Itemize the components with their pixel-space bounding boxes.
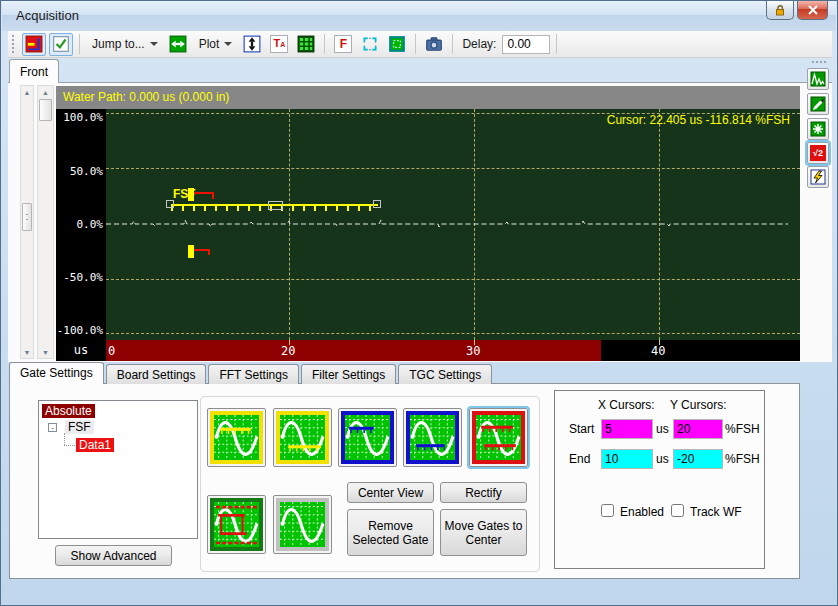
toolbar-separator — [556, 34, 557, 54]
fft-icon: F — [334, 35, 352, 53]
y-tick-label: 50.0% — [70, 165, 103, 178]
gate-start-marker[interactable] — [188, 188, 194, 201]
tab-board-settings[interactable]: Board Settings — [106, 364, 207, 384]
gate-handle-right[interactable] — [373, 200, 381, 208]
scrollbar-thumb[interactable] — [39, 99, 52, 121]
toolbar-grip[interactable] — [812, 61, 826, 65]
gate-list-icon — [297, 35, 315, 53]
lightning-icon — [810, 169, 826, 185]
close-button[interactable] — [797, 1, 828, 20]
tab-filter-settings[interactable]: Filter Settings — [301, 364, 396, 384]
tree-node-fsf[interactable]: FSF — [65, 420, 94, 434]
track-wf-checkbox[interactable] — [671, 504, 684, 517]
rectify-button[interactable]: Rectify — [440, 482, 527, 503]
gate-type-negative-blue-button[interactable] — [403, 408, 462, 467]
gate-type-none-icon — [280, 502, 325, 547]
toolbar-separator — [324, 34, 325, 54]
scroll-down-icon[interactable]: ▼ — [21, 346, 33, 358]
waveform-icon — [810, 71, 826, 87]
camera-icon — [425, 35, 443, 53]
toolbar-grip[interactable] — [12, 35, 16, 53]
annotate-button[interactable] — [807, 93, 829, 115]
gate-type-none-button[interactable] — [273, 495, 332, 554]
gridline-neg50 — [106, 279, 800, 280]
y-cursor-start-input[interactable] — [673, 419, 723, 439]
center-view-button[interactable]: Center View — [347, 482, 434, 503]
cursor-marker[interactable] — [188, 245, 194, 258]
gate-type-positive-blue-icon — [345, 415, 390, 460]
y-axis: 100.0% 50.0% 0.0% -50.0% -100.0% — [56, 109, 106, 340]
x-unit-label: us — [656, 422, 669, 436]
ascan-display-button[interactable] — [22, 33, 46, 56]
y-tick-label: 0.0% — [77, 218, 104, 231]
x-axis-bar: 0 20 30 40 — [106, 340, 800, 361]
x-cursor-end-input[interactable] — [601, 449, 653, 469]
scroll-up-icon[interactable]: ▲ — [21, 86, 33, 98]
fft-button[interactable]: F — [331, 33, 355, 56]
window-title: Acquisition — [16, 8, 79, 23]
tree-collapse-icon[interactable]: - — [48, 423, 57, 432]
gate-type-positive-blue-button[interactable] — [338, 408, 397, 467]
gate-type-negative-yellow-button[interactable] — [273, 408, 332, 467]
sqrt2-scale-button[interactable]: √2 — [807, 142, 829, 164]
start-label: Start — [569, 422, 594, 436]
scrollbar-thumb[interactable] — [22, 203, 32, 231]
gate-tree[interactable]: Absolute - FSF Data1 — [38, 400, 198, 539]
gate-type-boxed-red-button[interactable] — [207, 495, 266, 554]
lock-button[interactable] — [766, 1, 794, 20]
delay-input[interactable] — [502, 35, 550, 54]
x-axis-unit: us — [56, 340, 106, 361]
selection-frame-button[interactable] — [358, 33, 382, 56]
tab-tgc-settings[interactable]: TGC Settings — [398, 364, 492, 384]
expand-vertical-button[interactable] — [240, 33, 264, 56]
tab-fft-settings[interactable]: FFT Settings — [208, 364, 298, 384]
toolbar-separator — [415, 34, 416, 54]
delay-label: Delay: — [459, 37, 499, 51]
plot-tools-toolbar: √2 — [803, 59, 835, 339]
gate-settings-page: Absolute - FSF Data1 Show Advanced — [9, 383, 800, 579]
y-cursor-end-input[interactable] — [673, 449, 723, 469]
gate-type-positive-yellow-icon — [214, 415, 259, 460]
waveform-plot[interactable]: Cursor: 22.405 us -116.814 %FSH FSF — [106, 109, 800, 340]
trigger-button[interactable] — [807, 166, 829, 188]
scroll-down-icon[interactable]: ▼ — [38, 346, 53, 358]
plot-dropdown[interactable]: Plot — [193, 33, 238, 56]
gate-handle-left[interactable] — [166, 200, 174, 208]
fill-frame-button[interactable] — [385, 33, 409, 56]
chevron-down-icon — [150, 42, 158, 46]
tab-gate-settings[interactable]: Gate Settings — [9, 362, 104, 384]
selection-frame-icon — [361, 35, 379, 53]
show-advanced-button[interactable]: Show Advanced — [55, 545, 172, 566]
x-unit-label: us — [656, 452, 669, 466]
gate-type-dual-red-button[interactable] — [469, 408, 528, 467]
text-annotation-button[interactable]: TA — [267, 33, 291, 56]
enable-check-button[interactable] — [49, 33, 73, 56]
x-tick-label: 30 — [466, 344, 480, 358]
vertical-zoom-scrollbar[interactable]: ▲ ▼ — [20, 85, 34, 359]
burst-button[interactable] — [807, 118, 829, 140]
x-cursor-start-input[interactable] — [601, 419, 653, 439]
sqrt2-icon: √2 — [810, 145, 826, 161]
move-gates-to-center-button[interactable]: Move Gates to Center — [440, 509, 527, 556]
expand-horizontal-button[interactable] — [166, 33, 190, 56]
vertical-offset-scrollbar[interactable]: ▲ ▼ — [37, 85, 54, 359]
y-unit-label: %FSH — [725, 452, 760, 466]
tree-node-data1[interactable]: Data1 — [76, 438, 114, 452]
tree-connector — [64, 445, 75, 446]
water-path-bar: Water Path: 0.000 us (0.000 in) — [56, 86, 800, 109]
remove-selected-gate-button[interactable]: Remove Selected Gate — [347, 509, 434, 556]
cursors-panel: X Cursors: Y Cursors: Start us %FSH End … — [554, 390, 765, 569]
snapshot-button[interactable] — [422, 33, 446, 56]
gate-list-button[interactable] — [294, 33, 318, 56]
gridline-50 — [106, 168, 800, 169]
jump-to-dropdown[interactable]: Jump to... — [86, 33, 163, 56]
plot-label: Plot — [196, 37, 223, 51]
tree-node-absolute[interactable]: Absolute — [42, 404, 95, 418]
tab-front[interactable]: Front — [9, 59, 59, 83]
scroll-up-icon[interactable]: ▲ — [38, 86, 53, 98]
gate-type-dual-red-icon — [476, 415, 521, 460]
gate-type-positive-yellow-button[interactable] — [207, 408, 266, 467]
gate-handle-middle[interactable] — [268, 201, 283, 210]
ascan-view-button[interactable] — [807, 68, 829, 90]
enabled-checkbox[interactable] — [601, 504, 614, 517]
